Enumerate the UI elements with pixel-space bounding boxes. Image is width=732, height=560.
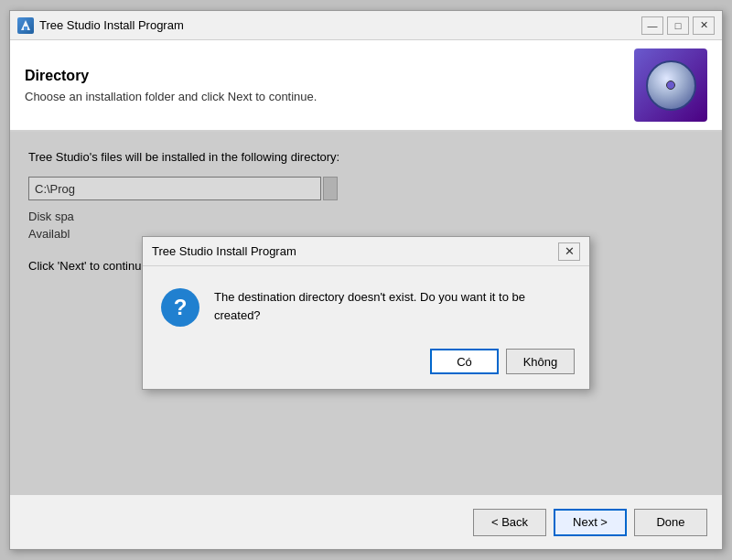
dialog-title-bar: Tree Studio Install Program ✕ [143, 237, 589, 266]
close-button[interactable]: ✕ [693, 16, 715, 35]
dialog-message: The destination directory doesn't exist.… [214, 285, 571, 324]
dialog-overlay: Tree Studio Install Program ✕ ? The dest… [10, 132, 722, 494]
header-text: Directory Choose an installation folder … [25, 68, 634, 103]
done-button[interactable]: Done [634, 509, 707, 536]
main-content: Tree Studio's files will be installed in… [10, 132, 722, 494]
dialog-confirm-button[interactable]: Có [430, 349, 499, 374]
dialog-box: Tree Studio Install Program ✕ ? The dest… [142, 236, 590, 390]
header-section: Directory Choose an installation folder … [10, 40, 722, 132]
window-controls: — □ ✕ [641, 16, 715, 35]
cd-hole [666, 81, 675, 90]
dialog-body: ? The destination directory doesn't exis… [143, 266, 589, 339]
dialog-cancel-button[interactable]: Không [506, 349, 575, 374]
footer-bar: < Back Next > Done [10, 494, 722, 549]
dialog-question-icon: ? [161, 288, 199, 327]
maximize-button[interactable]: □ [667, 16, 689, 35]
next-button[interactable]: Next > [554, 509, 627, 536]
minimize-button[interactable]: — [641, 16, 663, 35]
app-icon [17, 17, 34, 34]
back-button[interactable]: < Back [473, 509, 546, 536]
dialog-footer: Có Không [143, 339, 589, 389]
dialog-close-button[interactable]: ✕ [558, 242, 580, 261]
window-title: Tree Studio Install Program [39, 18, 641, 32]
cd-disc-icon [646, 60, 696, 111]
main-window: Tree Studio Install Program — □ ✕ Direct… [9, 10, 723, 550]
dialog-title: Tree Studio Install Program [152, 244, 558, 258]
header-title: Directory [25, 68, 634, 84]
header-subtitle: Choose an installation folder and click … [25, 90, 634, 103]
header-image [634, 48, 707, 122]
svg-rect-1 [24, 27, 27, 30]
title-bar: Tree Studio Install Program — □ ✕ [10, 11, 722, 40]
